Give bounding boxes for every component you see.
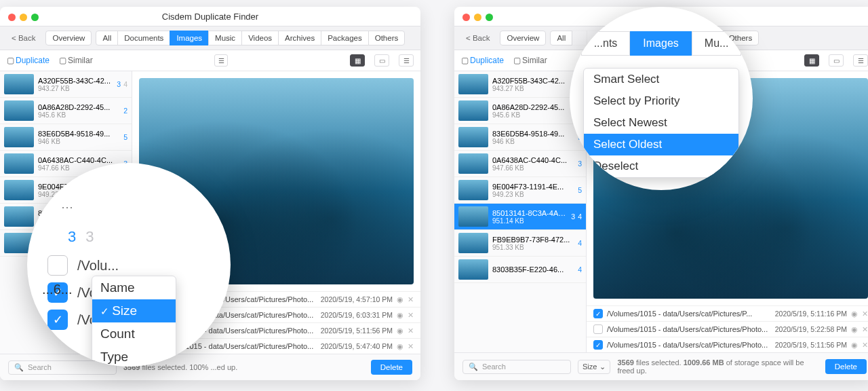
- view-grid-icon[interactable]: ▦: [350, 54, 365, 67]
- status-text: 3569 files selected. 1009.66 MB of stora…: [617, 358, 818, 375]
- checkbox-icon[interactable]: [47, 255, 68, 276]
- select-menu-icon[interactable]: ☰: [214, 54, 228, 67]
- category-tabs: All Documents Images Music Videos Archiv…: [96, 31, 405, 45]
- back-button[interactable]: < Back: [5, 31, 41, 45]
- menu-smart-select[interactable]: Smart Select: [584, 69, 738, 90]
- sort-size[interactable]: Size: [92, 299, 176, 322]
- menu-select-oldest[interactable]: Select Oldest: [584, 134, 738, 155]
- file-list[interactable]: A320F55B-343C-42...943.27 KB3 0A86A28D-2…: [454, 71, 587, 352]
- sort-name[interactable]: Name: [92, 276, 176, 299]
- window-title: Cisdem Duplicate Finder: [0, 12, 420, 26]
- overview-button[interactable]: Overview: [45, 31, 92, 45]
- tab-documents[interactable]: Documents: [117, 31, 170, 45]
- mode-similar[interactable]: ▢ Similar: [59, 56, 93, 65]
- tab-packages[interactable]: Packages: [321, 31, 369, 45]
- list-item-selected[interactable]: 85013141-8C3A-4A9...951.14 KB34: [454, 204, 586, 230]
- overview-button[interactable]: Overview: [500, 31, 546, 45]
- view-grid-icon[interactable]: ▦: [804, 54, 819, 67]
- search-input[interactable]: 🔍 Search: [462, 360, 571, 374]
- toolbar: < Back Overview All Documents Images Mus…: [0, 26, 420, 50]
- view-list-icon[interactable]: ☰: [853, 54, 868, 67]
- sort-dropdown[interactable]: Size ⌄: [578, 360, 610, 374]
- thumbnail: [4, 74, 34, 94]
- tabs-zoom: ...nts Images Mu...: [570, 31, 753, 56]
- tab-others[interactable]: Others: [368, 31, 406, 45]
- zoom-lens-sort: ⋯ 33 ...6... /Volu... ✓/Volu... ✓/Volu..…: [27, 163, 231, 367]
- mode-duplicate[interactable]: ▢ Duplicate: [7, 56, 50, 65]
- tab-images[interactable]: Images: [170, 31, 209, 45]
- remove-icon[interactable]: ✕: [408, 295, 414, 304]
- tab-images[interactable]: Images: [630, 31, 691, 56]
- menu-select-newest[interactable]: Select Newest: [584, 112, 738, 134]
- sort-count[interactable]: Count: [92, 322, 176, 346]
- menu-select-priority[interactable]: Select by Priority: [584, 90, 738, 112]
- search-placeholder: Search: [28, 363, 52, 371]
- preview-icon[interactable]: ◉: [397, 295, 403, 304]
- select-menu[interactable]: Smart Select Select by Priority Select N…: [583, 68, 739, 178]
- checkbox-icon[interactable]: ✓: [47, 310, 68, 330]
- footer: 🔍 Search 3569 files selected. 100% ...ed…: [0, 354, 420, 380]
- delete-button[interactable]: Delete: [825, 359, 867, 374]
- tab-videos[interactable]: Videos: [241, 31, 279, 45]
- zoom-lens-select: ...nts Images Mu... Smart Select Select …: [570, 7, 753, 190]
- view-list-icon[interactable]: ☰: [399, 54, 414, 67]
- tab-archives[interactable]: Archives: [278, 31, 321, 45]
- subbar: ▢ Duplicate ▢ Similar ☰ ▦ ▭ ☰: [0, 50, 420, 71]
- back-button[interactable]: < Back: [460, 31, 496, 45]
- view-card-icon[interactable]: ▭: [829, 54, 844, 67]
- view-card-icon[interactable]: ▭: [374, 54, 389, 67]
- delete-button[interactable]: Delete: [371, 360, 412, 375]
- count-badge: 3: [68, 228, 76, 246]
- tab-all[interactable]: All: [96, 31, 118, 45]
- tab-music[interactable]: Music: [208, 31, 242, 45]
- sort-menu[interactable]: Name Size Count Type: [92, 276, 176, 367]
